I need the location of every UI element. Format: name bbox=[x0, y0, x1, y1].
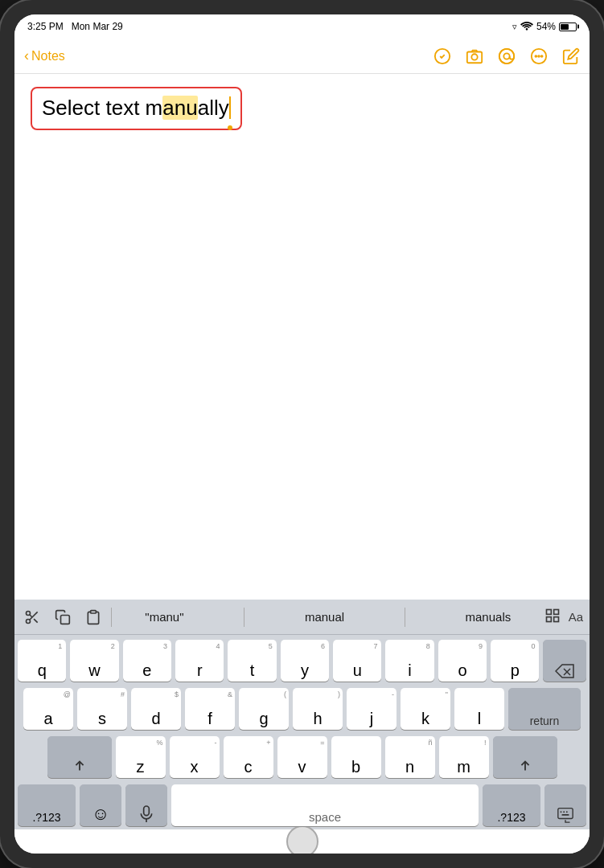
selected-text-box: Select text manually bbox=[31, 87, 242, 130]
camera-button[interactable] bbox=[466, 47, 483, 65]
svg-rect-17 bbox=[553, 610, 558, 615]
key-x[interactable]: - x bbox=[170, 736, 220, 778]
key-z[interactable]: % z bbox=[116, 736, 166, 778]
keyboard-dismiss-button[interactable] bbox=[544, 784, 586, 826]
keyboard-rows: 1 q 2 w 3 e 4 r bbox=[14, 635, 590, 829]
autocomplete-suggestions: "manu" manual manuals bbox=[112, 607, 544, 627]
grid-button[interactable] bbox=[544, 608, 561, 626]
key-l[interactable]: l bbox=[454, 688, 504, 730]
suggestion-manuals[interactable]: manuals bbox=[459, 607, 518, 627]
ipad-device: 3:25 PM Mon Mar 29 ▿︎ 54% ‹ Notes bbox=[0, 0, 604, 868]
key-c[interactable]: + c bbox=[224, 736, 273, 778]
key-row-3: % z - x + c = v bbox=[18, 736, 586, 778]
key-p[interactable]: 0 p bbox=[491, 640, 539, 682]
key-q[interactable]: 1 q bbox=[18, 640, 66, 682]
ellipsis-button[interactable] bbox=[530, 47, 548, 65]
spacebar[interactable]: space bbox=[171, 784, 479, 826]
cursor-handle bbox=[228, 125, 232, 130]
key-e[interactable]: 3 e bbox=[123, 640, 171, 682]
navigation-bar: ‹ Notes bbox=[14, 39, 590, 74]
keyboard-area: "manu" manual manuals bbox=[14, 600, 590, 829]
note-content-area[interactable]: Select text manually bbox=[14, 74, 590, 600]
key-row-1: 1 q 2 w 3 e 4 r bbox=[18, 640, 586, 682]
back-button[interactable]: ‹ Notes bbox=[24, 47, 65, 64]
svg-rect-14 bbox=[61, 615, 70, 624]
key-r[interactable]: 4 r bbox=[175, 640, 224, 682]
svg-point-4 bbox=[503, 53, 509, 59]
key-w[interactable]: 2 w bbox=[70, 640, 118, 682]
time-display: 3:25 PM bbox=[27, 21, 64, 32]
key-o[interactable]: 9 o bbox=[438, 640, 487, 682]
text-cursor bbox=[229, 96, 231, 119]
wifi-icon: ▿︎ bbox=[512, 22, 517, 32]
key-i[interactable]: 8 i bbox=[385, 640, 433, 682]
back-label: Notes bbox=[31, 49, 65, 63]
text-after-highlight: ally bbox=[198, 96, 229, 120]
number-toggle-left[interactable]: .?123 bbox=[18, 784, 76, 826]
svg-line-12 bbox=[34, 619, 38, 623]
aa-button[interactable]: Aa bbox=[569, 610, 583, 624]
key-t[interactable]: 5 t bbox=[228, 640, 276, 682]
copy-button[interactable] bbox=[51, 606, 74, 628]
back-arrow-icon: ‹ bbox=[24, 47, 29, 64]
status-bar: 3:25 PM Mon Mar 29 ▿︎ 54% bbox=[14, 14, 590, 39]
svg-rect-24 bbox=[144, 806, 150, 816]
status-left: 3:25 PM Mon Mar 29 bbox=[27, 21, 123, 32]
svg-point-8 bbox=[541, 55, 543, 57]
suggestion-manual[interactable]: manual bbox=[298, 607, 351, 627]
home-button[interactable] bbox=[286, 825, 318, 854]
svg-rect-26 bbox=[558, 809, 573, 819]
battery-indicator bbox=[559, 23, 577, 31]
number-toggle-right[interactable]: .?123 bbox=[483, 784, 540, 826]
emoji-button[interactable]: ☺ bbox=[80, 784, 121, 826]
svg-point-2 bbox=[471, 54, 477, 59]
microphone-button[interactable] bbox=[125, 784, 167, 826]
key-j[interactable]: - j bbox=[347, 688, 397, 730]
battery-percent: 54% bbox=[536, 21, 556, 32]
key-d[interactable]: $ d bbox=[131, 688, 181, 730]
key-k[interactable]: " k bbox=[401, 688, 450, 730]
key-v[interactable]: = v bbox=[277, 736, 327, 778]
date-display: Mon Mar 29 bbox=[72, 21, 123, 32]
paste-button[interactable] bbox=[82, 606, 105, 628]
svg-line-13 bbox=[30, 614, 32, 616]
svg-rect-16 bbox=[546, 610, 551, 615]
compose-button[interactable] bbox=[562, 47, 580, 65]
key-b[interactable]: b bbox=[331, 736, 381, 778]
svg-point-7 bbox=[538, 55, 540, 57]
key-a[interactable]: @ a bbox=[23, 688, 73, 730]
text-before-highlight: Select text m bbox=[42, 96, 162, 120]
edit-tools bbox=[21, 606, 105, 628]
key-m[interactable]: ! m bbox=[439, 736, 489, 778]
svg-point-6 bbox=[535, 55, 536, 57]
return-button[interactable]: return bbox=[508, 688, 581, 730]
key-f[interactable]: & f bbox=[185, 688, 235, 730]
key-n[interactable]: ñ n bbox=[385, 736, 435, 778]
status-right: ▿︎ 54% bbox=[512, 21, 577, 32]
autocomplete-bar: "manu" manual manuals bbox=[14, 600, 590, 635]
key-row-bottom: .?123 ☺ space bbox=[18, 784, 586, 826]
suggestion-divider-1 bbox=[244, 608, 244, 627]
suggestion-quoted[interactable]: "manu" bbox=[138, 607, 190, 627]
key-row-2: @ a # s $ d & f bbox=[18, 688, 586, 730]
note-text: Select text manually bbox=[42, 96, 231, 120]
shift-left-button[interactable] bbox=[47, 736, 112, 778]
svg-rect-15 bbox=[91, 610, 97, 612]
highlighted-text: anu bbox=[162, 96, 197, 120]
home-bar bbox=[14, 829, 590, 854]
key-s[interactable]: # s bbox=[77, 688, 127, 730]
at-circle-button[interactable] bbox=[498, 47, 516, 65]
suggestion-divider-2 bbox=[405, 608, 405, 627]
backspace-button[interactable] bbox=[543, 640, 586, 682]
key-g[interactable]: ( g bbox=[239, 688, 289, 730]
key-h[interactable]: ) h bbox=[293, 688, 343, 730]
key-u[interactable]: 7 u bbox=[333, 640, 381, 682]
svg-rect-18 bbox=[546, 617, 551, 622]
svg-point-10 bbox=[27, 619, 31, 623]
autocomplete-right-icons: Aa bbox=[544, 608, 583, 626]
key-y[interactable]: 6 y bbox=[281, 640, 329, 682]
checkmark-button[interactable] bbox=[433, 47, 451, 65]
scissors-button[interactable] bbox=[21, 606, 43, 628]
svg-point-9 bbox=[27, 611, 31, 615]
shift-right-button[interactable] bbox=[493, 736, 557, 778]
